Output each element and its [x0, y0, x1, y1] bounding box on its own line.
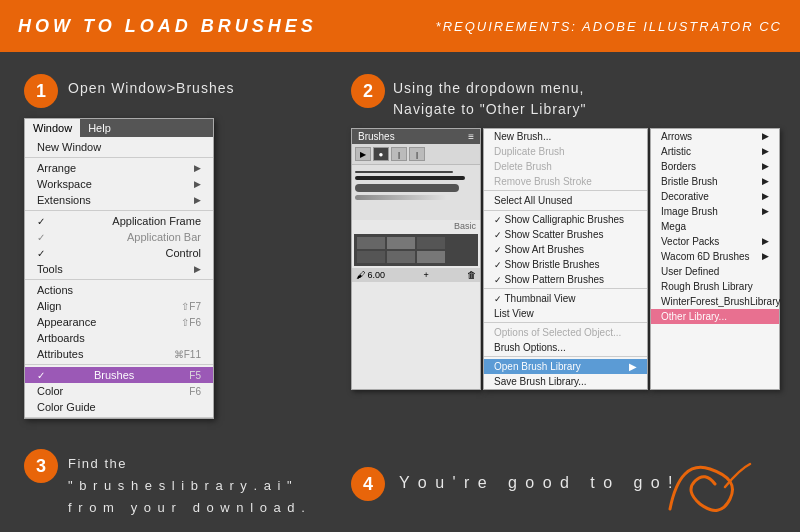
menu-section-3: Application Frame Application Bar Contro… [25, 211, 213, 280]
step-1-cell: 1 Open Window>Brushes Window Help New Wi… [10, 62, 329, 429]
step-2-badge: 2 [351, 74, 385, 108]
brush-grid-item-4 [357, 251, 385, 263]
brush-grid-item-1 [357, 237, 385, 249]
menu-item-appearance[interactable]: Appearance ⇧F6 [25, 314, 213, 330]
sub-artistic[interactable]: Artistic [651, 144, 779, 159]
brush-tool-4[interactable]: | [409, 147, 425, 161]
dd-options-selected: Options of Selected Object... [484, 325, 647, 340]
dd-show-art[interactable]: Show Art Brushes [484, 242, 647, 257]
sub-rough[interactable]: Rough Brush Library [651, 279, 779, 294]
menu-item-align[interactable]: Align ⇧F7 [25, 298, 213, 314]
menu-item-workspace[interactable]: Workspace [25, 176, 213, 192]
brush-delete-icon[interactable]: 🗑 [467, 270, 476, 280]
dd-show-calligraphic[interactable]: Show Calligraphic Brushes [484, 210, 647, 227]
dd-show-pattern[interactable]: Show Pattern Brushes [484, 272, 647, 289]
dd-delete: Delete Brush [484, 159, 647, 174]
sub-menu: Arrows Artistic Borders Bristle Brush De… [650, 128, 780, 390]
brush-add-icon[interactable]: + [423, 270, 428, 280]
brush-grid-item-6 [417, 251, 445, 263]
menu-item-control[interactable]: Control [25, 245, 213, 261]
brush-tool-1[interactable]: ▶ [355, 147, 371, 161]
brushes-dropdown: New Brush... Duplicate Brush Delete Brus… [483, 128, 648, 390]
sub-user-defined[interactable]: User Defined [651, 264, 779, 279]
menu-item-new-window[interactable]: New Window [25, 139, 213, 155]
menu-item-actions[interactable]: Actions [25, 282, 213, 298]
dd-select-unused[interactable]: Select All Unused [484, 193, 647, 208]
sub-vector-packs[interactable]: Vector Packs [651, 234, 779, 249]
dd-list-view[interactable]: List View [484, 306, 647, 323]
sub-wacom[interactable]: Wacom 6D Brushes [651, 249, 779, 264]
menu-item-color[interactable]: Color F6 [25, 383, 213, 399]
sub-winterforest[interactable]: WinterForest_BrushLibrary [651, 294, 779, 309]
step-2-text: Using the dropdown menu,Navigate to "Oth… [393, 72, 586, 120]
brush-tool-3[interactable]: | [391, 147, 407, 161]
dd-save-brush-library[interactable]: Save Brush Library... [484, 374, 647, 389]
dd-duplicate: Duplicate Brush [484, 144, 647, 159]
step-3-badge: 3 [24, 449, 58, 483]
dd-open-brush-library[interactable]: Open Brush Library [484, 359, 647, 374]
brushes-area: Brushes ≡ ▶ ● | | Basic [351, 128, 780, 390]
menu-header: Window Help [25, 119, 213, 137]
dd-remove-stroke: Remove Brush Stroke [484, 174, 647, 191]
menu-section-5: Brushes F5 Color F6 Color Guide [25, 365, 213, 418]
menu-tab-help[interactable]: Help [80, 119, 119, 137]
sub-other-library[interactable]: Other Library... [651, 309, 779, 324]
sub-image[interactable]: Image Brush [651, 204, 779, 219]
brush-line-1 [355, 171, 453, 173]
brushes-panel: Brushes ≡ ▶ ● | | Basic [351, 128, 481, 390]
step-4-cell: 4 Y o u ' r e g o o d t o g o ! [337, 437, 790, 529]
menu-item-attributes[interactable]: Attributes ⌘F11 [25, 346, 213, 362]
menu-item-app-bar[interactable]: Application Bar [25, 229, 213, 245]
brush-label: Basic [352, 220, 480, 232]
menu-item-app-frame[interactable]: Application Frame [25, 213, 213, 229]
sub-bristle[interactable]: Bristle Brush [651, 174, 779, 189]
sub-decorative[interactable]: Decorative [651, 189, 779, 204]
sub-arrows[interactable]: Arrows [651, 129, 779, 144]
header-bar: HOW TO LOAD BRUSHES *REQUIREMENTS: ADOBE… [0, 0, 800, 52]
sub-borders[interactable]: Borders [651, 159, 779, 174]
menu-section-4: Actions Align ⇧F7 Appearance ⇧F6 Artboar… [25, 280, 213, 365]
header-requirement: *REQUIREMENTS: ADOBE ILLUSTRATOR CC [436, 19, 782, 34]
window-menu-mockup: Window Help New Window Arrange Workspace… [24, 118, 214, 419]
menu-item-artboards[interactable]: Artboards [25, 330, 213, 346]
step-3-text: Find the " b r u s h e s l i b r a r y .… [68, 447, 306, 519]
brush-line-2 [355, 176, 465, 180]
dd-show-bristle[interactable]: Show Bristle Brushes [484, 257, 647, 272]
header-title: HOW TO LOAD BRUSHES [18, 16, 317, 37]
menu-item-extensions[interactable]: Extensions [25, 192, 213, 208]
brushes-panel-header: Brushes ≡ [352, 129, 480, 144]
brush-grid-item-3 [417, 237, 445, 249]
step-1-badge: 1 [24, 74, 58, 108]
brushes-panel-tools: ▶ ● | | [352, 144, 480, 165]
step-1-text: Open Window>Brushes [68, 72, 234, 99]
menu-section-1: New Window [25, 137, 213, 158]
menu-item-arrange[interactable]: Arrange [25, 160, 213, 176]
brush-line-4 [355, 195, 447, 200]
sub-mega[interactable]: Mega [651, 219, 779, 234]
main-content: 1 Open Window>Brushes Window Help New Wi… [0, 52, 800, 532]
step-4-badge: 4 [351, 467, 385, 501]
brush-grid-item-5 [387, 251, 415, 263]
brush-tool-2[interactable]: ● [373, 147, 389, 161]
menu-tab-window[interactable]: Window [25, 119, 80, 137]
dd-thumbnail-view[interactable]: Thumbnail View [484, 291, 647, 306]
brushes-panel-footer: 🖌 6.00 + 🗑 [352, 268, 480, 282]
brushes-panel-title: Brushes [358, 131, 395, 142]
dd-new-brush[interactable]: New Brush... [484, 129, 647, 144]
step-2-cell: 2 Using the dropdown menu,Navigate to "O… [337, 62, 790, 429]
dd-show-scatter[interactable]: Show Scatter Brushes [484, 227, 647, 242]
menu-item-brushes[interactable]: Brushes F5 [25, 367, 213, 383]
brushes-panel-menu-icon[interactable]: ≡ [468, 131, 474, 142]
step-3-cell: 3 Find the " b r u s h e s l i b r a r y… [10, 437, 329, 529]
step-4-text: Y o u ' r e g o o d t o g o ! [399, 474, 675, 492]
menu-section-2: Arrange Workspace Extensions [25, 158, 213, 211]
dd-brush-options[interactable]: Brush Options... [484, 340, 647, 357]
brush-line-3 [355, 184, 459, 192]
brush-grid-item-2 [387, 237, 415, 249]
swirl-decoration [650, 439, 770, 519]
menu-item-tools[interactable]: Tools [25, 261, 213, 277]
menu-item-color-guide[interactable]: Color Guide [25, 399, 213, 415]
brush-count-icon: 🖌 6.00 [356, 270, 385, 280]
brush-preview-area [352, 165, 480, 220]
